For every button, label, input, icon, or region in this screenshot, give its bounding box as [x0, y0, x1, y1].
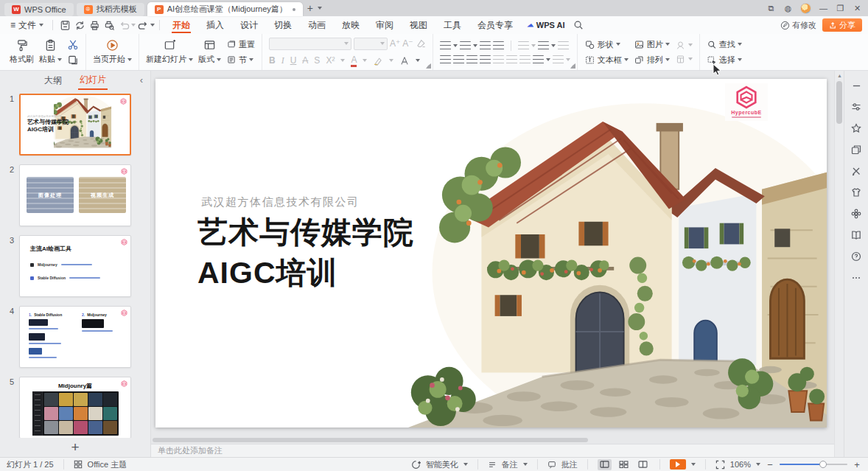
columns-button[interactable] [506, 55, 517, 64]
paragraph-settings-button[interactable] [558, 41, 569, 50]
hypercube-logo[interactable]: HypercubE [725, 83, 768, 121]
share-button[interactable]: 分享 [822, 18, 862, 32]
superscript-button[interactable]: X² [326, 55, 335, 66]
village-illustration[interactable] [376, 79, 827, 428]
text-effects-button[interactable] [399, 56, 410, 66]
paste-button[interactable]: 粘贴 [39, 39, 62, 65]
tab-docer-template[interactable]: ❊ 找稻壳模板 [77, 3, 144, 16]
slideshow-play-button[interactable] [670, 459, 686, 470]
notes-toggle-button[interactable]: 备注 [502, 459, 518, 470]
user-avatar[interactable] [800, 3, 811, 14]
textbox-button[interactable]: 文本框 [584, 55, 629, 66]
copy-button[interactable] [67, 55, 79, 66]
bold-button[interactable]: B [269, 55, 276, 66]
bullets-button[interactable] [440, 41, 451, 50]
favorites-icon[interactable] [850, 122, 862, 134]
close-button[interactable]: ✕ [853, 4, 862, 13]
tools-icon[interactable] [850, 165, 862, 177]
new-tab-button[interactable]: + [303, 2, 318, 14]
notes-input[interactable]: 单击此处添加备注 [151, 444, 834, 457]
increase-font-button[interactable]: A⁺ [390, 38, 400, 49]
tab-outline[interactable]: 大纲 [43, 71, 63, 89]
effects-icon[interactable] [850, 208, 862, 220]
tab-transition[interactable]: 切换 [266, 16, 300, 34]
tab-wps-office[interactable]: W WPS Office [4, 3, 74, 16]
normal-view-button[interactable] [598, 459, 612, 470]
reset-button[interactable]: 重置 [226, 39, 255, 50]
zoom-level-label[interactable]: 106% [730, 460, 751, 469]
properties-icon[interactable] [850, 101, 862, 113]
modified-status[interactable]: 有修改 [780, 20, 816, 31]
zoom-in-button[interactable]: + [853, 459, 861, 470]
undo-button[interactable] [116, 18, 131, 32]
minimize-button[interactable]: — [819, 4, 828, 13]
align-left-button[interactable] [440, 55, 451, 64]
print-preview-button[interactable] [102, 18, 116, 32]
smart-typography-button[interactable] [533, 55, 544, 64]
cut-button[interactable] [67, 39, 79, 50]
tutorial-icon[interactable] [850, 229, 862, 241]
zoom-slider-handle[interactable] [819, 461, 827, 468]
zoom-slider[interactable] [780, 459, 847, 470]
justify-button[interactable] [480, 55, 491, 64]
decrease-font-button[interactable]: A⁻ [402, 38, 413, 49]
indent-left-button[interactable] [519, 55, 531, 64]
print-button[interactable] [87, 18, 102, 32]
save-button[interactable] [57, 18, 72, 32]
slide-thumb-1[interactable]: 1 武汉超方体信息技术有限公司 艺术与传媒学院AIGC培训 [0, 94, 150, 156]
tab-home[interactable]: 开始 [164, 16, 198, 34]
tab-list-chevron-icon[interactable] [318, 7, 322, 12]
help-icon[interactable] [850, 251, 862, 262]
insert-chart-button[interactable] [675, 41, 686, 50]
tab-slides[interactable]: 幻灯片 [78, 71, 108, 90]
align-center-button[interactable] [453, 55, 464, 64]
slide-thumb-2[interactable]: 2 图像处理 视频生成 [0, 164, 150, 226]
redo-button[interactable] [136, 18, 150, 32]
play-from-current-button[interactable]: 当页开始 [93, 39, 132, 65]
tab-member[interactable]: 会员专享 [469, 16, 521, 34]
decrease-indent-button[interactable] [480, 41, 491, 50]
underline-button[interactable]: U [290, 55, 297, 66]
slide-sorter-view-button[interactable] [617, 459, 631, 470]
increase-indent-button[interactable] [493, 41, 504, 50]
insert-table-button[interactable] [675, 55, 686, 64]
slide-canvas[interactable]: 武汉超方体信息技术有限公司 艺术与传媒学院AIGC培训 HypercubE [155, 79, 827, 428]
text-direction-button[interactable] [518, 41, 529, 50]
charspacing-button[interactable]: A [302, 55, 308, 66]
highlight-color-button[interactable] [373, 56, 383, 66]
scrollbar-thumb[interactable] [836, 81, 842, 124]
tab-slideshow[interactable]: 放映 [334, 16, 368, 34]
theme-label[interactable]: Office 主题 [88, 459, 127, 470]
tab-tools[interactable]: 工具 [435, 16, 469, 34]
tab-review[interactable]: 审阅 [368, 16, 402, 34]
font-size-select[interactable] [354, 38, 388, 50]
reading-view-button[interactable] [636, 459, 650, 470]
tab-view[interactable]: 视图 [402, 16, 435, 34]
horizontal-scrollbar[interactable] [153, 436, 833, 443]
restore-button[interactable]: ❐ [836, 4, 845, 13]
output-convert-button[interactable] [72, 18, 87, 32]
tab-design[interactable]: 设计 [232, 16, 266, 34]
wps-ai-button[interactable]: ⏶ WPS AI [521, 21, 571, 30]
tab-animation[interactable]: 动画 [300, 16, 334, 34]
paragraph-dialog-launcher[interactable] [570, 63, 575, 69]
format-painter-button[interactable]: 格式刷 [10, 39, 34, 65]
distribute-button[interactable] [493, 55, 504, 64]
smart-beautify-button[interactable]: 智能美化 [426, 459, 458, 470]
tab-insert[interactable]: 插入 [198, 16, 232, 34]
slide-thumb-5[interactable]: 5 Midjounry篇 [0, 377, 150, 438]
font-dialog-launcher[interactable] [426, 63, 431, 69]
file-menu-button[interactable]: ≡ 文件 [6, 19, 48, 32]
numbering-button[interactable] [460, 41, 471, 50]
material-library-icon[interactable] [850, 144, 862, 156]
layout-button[interactable]: 版式 [198, 39, 221, 65]
vertical-scrollbar[interactable]: ▲ [834, 71, 844, 457]
zoom-out-button[interactable]: − [766, 459, 774, 470]
align-right-button[interactable] [466, 55, 477, 64]
font-name-select[interactable] [269, 38, 351, 50]
clear-format-button[interactable] [416, 39, 426, 49]
arrange-button[interactable]: 排列 [634, 55, 670, 66]
globe-icon[interactable]: ◍ [783, 4, 793, 13]
company-name-text[interactable]: 武汉超方体信息技术有限公司 [201, 195, 360, 209]
tab-current-document[interactable]: P AI创意绘画课堂（Midjourney篇） [147, 2, 303, 16]
